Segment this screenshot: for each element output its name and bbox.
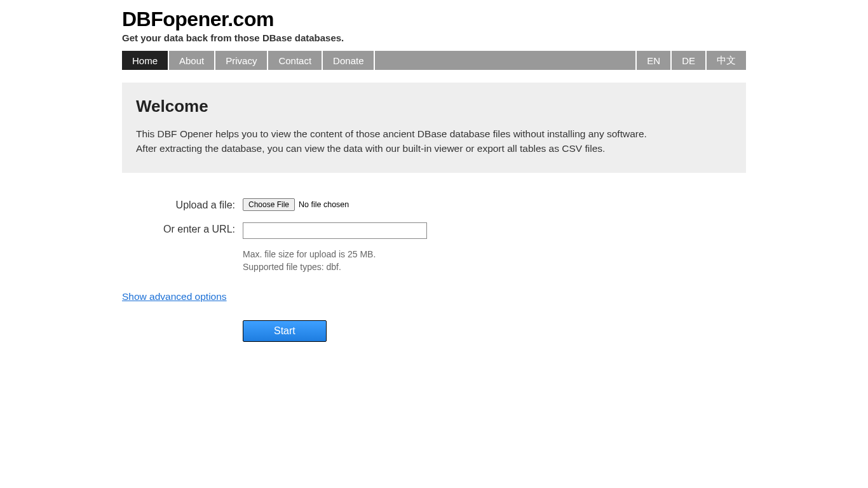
lang-en[interactable]: EN <box>635 51 670 70</box>
nav-donate[interactable]: Donate <box>323 51 375 70</box>
site-title: DBFopener.com <box>122 8 746 31</box>
navbar: Home About Privacy Contact Donate EN DE … <box>122 51 746 70</box>
choose-file-button[interactable]: Choose File <box>243 198 295 211</box>
upload-form: Upload a file: Choose File No file chose… <box>122 198 746 342</box>
welcome-line1: This DBF Opener helps you to view the co… <box>136 128 647 139</box>
hint-file-types: Supported file types: dbf. <box>243 261 746 273</box>
nav-contact[interactable]: Contact <box>268 51 323 70</box>
url-input[interactable] <box>243 222 427 239</box>
start-button[interactable]: Start <box>243 320 327 342</box>
upload-label: Upload a file: <box>122 198 243 211</box>
lang-zh[interactable]: 中文 <box>705 51 746 70</box>
hint-max-size: Max. file size for upload is 25 MB. <box>243 248 746 261</box>
lang-de[interactable]: DE <box>670 51 705 70</box>
welcome-heading: Welcome <box>136 97 732 116</box>
url-label: Or enter a URL: <box>122 222 243 235</box>
file-status-text: No file chosen <box>299 200 349 209</box>
nav-privacy[interactable]: Privacy <box>215 51 268 70</box>
show-advanced-options-link[interactable]: Show advanced options <box>122 291 227 302</box>
nav-about[interactable]: About <box>169 51 215 70</box>
tagline: Get your data back from those DBase data… <box>122 32 746 43</box>
nav-home[interactable]: Home <box>122 51 169 70</box>
welcome-panel: Welcome This DBF Opener helps you to vie… <box>122 83 746 173</box>
welcome-line2: After extracting the database, you can v… <box>136 143 605 154</box>
